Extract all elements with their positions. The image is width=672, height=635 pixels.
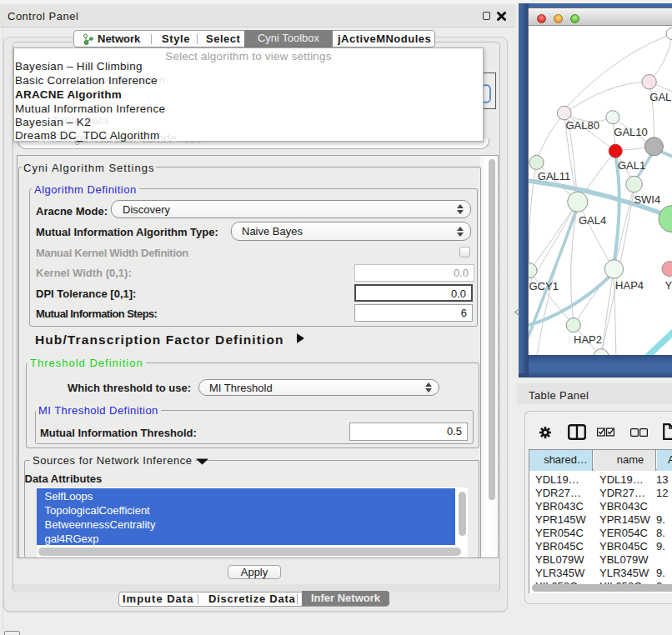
svg-text:GAL11: GAL11 (538, 170, 571, 182)
svg-text:HAP2: HAP2 (574, 333, 602, 346)
svg-text:GAL: GAL (649, 91, 671, 103)
svg-text:GAL4: GAL4 (579, 214, 606, 227)
svg-text:GCY1: GCY1 (529, 280, 559, 292)
svg-text:SWI4: SWI4 (634, 193, 660, 206)
svg-text:Y: Y (665, 279, 672, 292)
svg-text:GAL1: GAL1 (618, 159, 645, 172)
svg-text:GAL80: GAL80 (565, 119, 599, 132)
svg-text:GAL10: GAL10 (614, 126, 647, 138)
svg-text:HAP4: HAP4 (615, 279, 644, 292)
